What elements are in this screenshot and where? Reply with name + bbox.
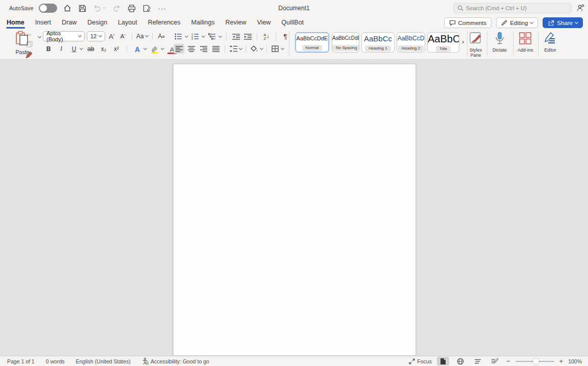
chevron-down-icon[interactable] bbox=[260, 46, 263, 50]
cut-icon[interactable]: ✂ bbox=[27, 31, 32, 39]
home-icon[interactable] bbox=[62, 3, 72, 13]
tab-home[interactable]: Home bbox=[6, 18, 25, 27]
styles-pane-button[interactable]: Styles Pane bbox=[467, 31, 485, 58]
zoom-in-button[interactable]: + bbox=[559, 357, 564, 365]
line-spacing-button[interactable] bbox=[229, 44, 238, 54]
tab-draw[interactable]: Draw bbox=[61, 18, 77, 27]
chevron-down-icon[interactable] bbox=[143, 46, 147, 50]
increase-indent-button[interactable] bbox=[243, 32, 252, 41]
change-case-button[interactable]: Aa bbox=[136, 32, 148, 41]
grow-font-button[interactable]: Aˆ bbox=[107, 32, 116, 41]
outline-view-button[interactable] bbox=[472, 357, 484, 365]
styles-gallery-more-icon[interactable]: › bbox=[462, 38, 464, 45]
font-name-value: Aptos (Body) bbox=[46, 30, 79, 42]
style-chip-title[interactable]: AaBbC Title bbox=[427, 32, 459, 53]
zoom-level[interactable]: 100% bbox=[568, 358, 582, 364]
tab-review[interactable]: Review bbox=[225, 18, 247, 27]
language-indicator[interactable]: English (United States) bbox=[76, 358, 130, 364]
undo-icon[interactable] bbox=[93, 3, 106, 13]
tab-view[interactable]: View bbox=[256, 18, 271, 27]
document-canvas[interactable] bbox=[0, 60, 588, 356]
multilevel-list-button[interactable] bbox=[207, 32, 216, 41]
borders-button[interactable] bbox=[271, 44, 280, 54]
style-chip-no-spacing[interactable]: AaBbCcDdE No Spacing bbox=[332, 32, 359, 53]
add-ins-icon bbox=[514, 31, 536, 46]
chevron-down-icon[interactable] bbox=[239, 46, 242, 50]
shrink-font-button[interactable]: Aˇ bbox=[118, 32, 128, 41]
clear-formatting-button[interactable]: A⌀ bbox=[157, 32, 166, 41]
decrease-indent-button[interactable] bbox=[231, 32, 240, 41]
text-effects-button[interactable]: A bbox=[133, 44, 142, 54]
italic-button[interactable]: I bbox=[57, 44, 66, 54]
shading-button[interactable] bbox=[250, 44, 259, 54]
comment-icon bbox=[449, 20, 456, 26]
zoom-out-button[interactable]: − bbox=[506, 357, 510, 365]
align-left-button[interactable] bbox=[174, 44, 184, 54]
search-input[interactable] bbox=[466, 5, 568, 11]
tab-design[interactable]: Design bbox=[87, 18, 108, 27]
redo-icon[interactable] bbox=[111, 3, 121, 13]
align-right-button[interactable] bbox=[198, 44, 209, 54]
style-chip-heading2[interactable]: AaBbCcD Heading 2 bbox=[397, 32, 425, 53]
people-icon[interactable] bbox=[576, 4, 584, 14]
chevron-down-icon[interactable] bbox=[185, 34, 188, 37]
style-label: Normal bbox=[302, 45, 323, 51]
focus-button[interactable]: Focus bbox=[409, 358, 432, 364]
save-as-icon[interactable] bbox=[142, 3, 152, 13]
font-size-select[interactable]: 12 bbox=[87, 31, 105, 41]
zoom-slider-thumb[interactable] bbox=[533, 358, 539, 364]
chevron-down-icon[interactable] bbox=[202, 34, 205, 37]
zoom-slider[interactable] bbox=[516, 361, 554, 362]
autosave-toggle[interactable] bbox=[39, 4, 57, 13]
style-chip-heading1[interactable]: AaBbCc Heading 1 bbox=[361, 32, 395, 53]
justify-button[interactable] bbox=[210, 44, 221, 54]
tab-mailings[interactable]: Mailings bbox=[191, 18, 215, 27]
bold-button[interactable]: B bbox=[44, 44, 53, 54]
accessibility-status[interactable]: Accessibility: Good to go bbox=[142, 358, 209, 365]
chevron-down-icon[interactable] bbox=[80, 46, 83, 50]
tab-quillbot[interactable]: QuillBot bbox=[281, 18, 304, 27]
add-ins-button[interactable]: Add-ins bbox=[514, 31, 536, 53]
sort-button[interactable]: AZ↓ bbox=[262, 32, 271, 41]
underline-button[interactable]: U bbox=[69, 44, 79, 54]
word-count[interactable]: 0 words bbox=[46, 358, 65, 364]
more-commands-icon[interactable]: ··· bbox=[157, 3, 167, 13]
editing-button[interactable]: Editing bbox=[496, 17, 538, 28]
share-button[interactable]: Share bbox=[543, 17, 583, 28]
dictate-label: Dictate bbox=[489, 47, 510, 53]
tab-layout[interactable]: Layout bbox=[117, 18, 138, 27]
strikethrough-button[interactable]: ab bbox=[86, 44, 95, 54]
font-name-select[interactable]: Aptos (Body) bbox=[43, 31, 85, 41]
dictate-button[interactable]: Dictate bbox=[489, 31, 510, 53]
draft-view-button[interactable] bbox=[489, 357, 501, 365]
align-center-button[interactable] bbox=[186, 44, 197, 54]
print-layout-view-button[interactable] bbox=[437, 357, 449, 365]
copy-icon[interactable] bbox=[26, 40, 33, 50]
accessibility-label: Accessibility: Good to go bbox=[151, 358, 209, 364]
web-layout-view-button[interactable] bbox=[454, 357, 467, 365]
paste-button[interactable]: Paste bbox=[6, 31, 39, 55]
numbering-button[interactable]: 123 bbox=[190, 32, 200, 41]
superscript-button[interactable]: x² bbox=[112, 44, 121, 54]
tab-references[interactable]: References bbox=[148, 18, 181, 27]
style-label: Title bbox=[436, 46, 451, 52]
document-page[interactable] bbox=[173, 64, 416, 356]
format-painter-icon[interactable] bbox=[26, 51, 33, 60]
editor-button[interactable]: Editor bbox=[540, 31, 560, 53]
print-icon[interactable] bbox=[127, 3, 137, 13]
ribbon: Paste ✂ Aptos (Body) 12 Aˆ Aˇ Aa A⌀ B I … bbox=[0, 29, 588, 60]
dictate-mic-icon bbox=[489, 31, 510, 46]
highlight-color-button[interactable] bbox=[150, 44, 159, 54]
tab-insert[interactable]: Insert bbox=[35, 18, 52, 27]
chevron-down-icon[interactable] bbox=[281, 46, 284, 50]
search-box[interactable] bbox=[453, 3, 572, 13]
style-chip-normal[interactable]: AaBbCcDdE Normal bbox=[295, 32, 329, 53]
save-icon[interactable] bbox=[78, 3, 88, 13]
subscript-button[interactable]: x₂ bbox=[99, 44, 108, 54]
page-count[interactable]: Page 1 of 1 bbox=[7, 358, 35, 364]
chevron-down-icon[interactable] bbox=[161, 46, 164, 50]
status-bar: Page 1 of 1 0 words English (United Stat… bbox=[0, 356, 588, 366]
comments-button[interactable]: Comments bbox=[444, 17, 492, 28]
chevron-down-icon[interactable] bbox=[218, 34, 222, 37]
bullets-button[interactable] bbox=[174, 32, 183, 41]
